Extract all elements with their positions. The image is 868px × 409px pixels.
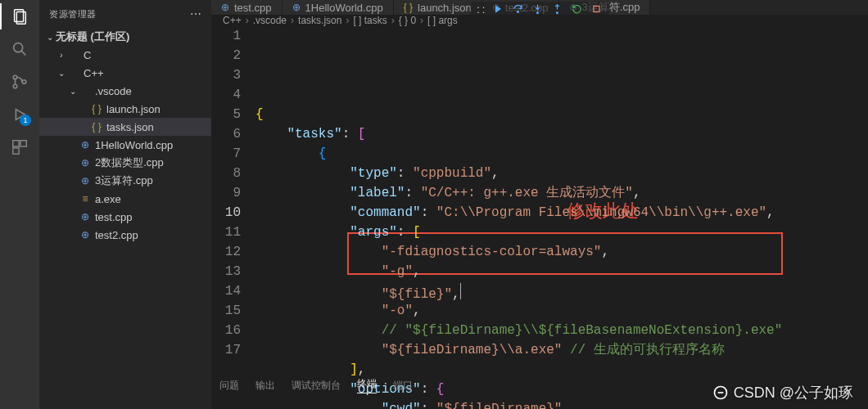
tree-item[interactable]: ⌄C++ [39,64,211,82]
watermark: CSDN @公子如琢 [712,383,853,402]
svg-rect-6 [13,141,19,146]
activity-bar: 1 [0,0,39,409]
svg-rect-12 [594,7,599,12]
tree-item[interactable]: ⊕3运算符.cpp [39,172,211,190]
tree-item[interactable]: { }tasks.json [39,118,211,136]
search-icon[interactable] [10,39,29,59]
code-line[interactable]: "${fileDirname}\\a.exe" // 生成的可执行程序名称 [255,340,868,360]
editor-tab[interactable]: { }launch.json [394,0,482,15]
debug-step-over-icon[interactable] [513,3,524,15]
code-line[interactable]: "tasks": [ [255,124,868,144]
code-lines[interactable]: 修改此处 { "tasks": [ { "type": "cppbuild", … [255,26,868,409]
editor-tab[interactable]: ⊕1HelloWorld.cpp [283,0,394,15]
code-line[interactable]: "-o", [255,301,868,321]
code-line[interactable]: "args": [ [255,222,868,242]
code-line[interactable]: "type": "cppbuild", [255,164,868,183]
tree-root[interactable]: ⌄无标题 (工作区) [39,28,211,46]
breadcrumb-item[interactable]: C++ [223,15,242,26]
debug-toolbar: ⸬ [471,2,609,18]
debug-continue-icon[interactable] [493,3,504,15]
debug-restart-icon[interactable] [572,3,583,15]
gutter: 1234567891011121314151617 [211,26,255,409]
grip-icon[interactable]: ⸬ [477,3,485,16]
code-line[interactable]: "command": "C:\\Program Files\\mingw64\\… [255,203,868,222]
tree-item[interactable]: ⊕2数据类型.cpp [39,154,211,172]
debug-step-out-icon[interactable] [552,3,563,15]
breadcrumb-item[interactable]: { } 0 [399,15,416,26]
tab-row: ⸬ ⊕test.cpp⊕1HelloWorld.cpp{ }launch.jso… [211,0,868,15]
svg-rect-7 [20,141,26,146]
svg-point-3 [13,75,17,79]
svg-point-2 [14,43,23,52]
debug-stop-icon[interactable] [591,3,603,15]
code-line[interactable]: "-g", [255,262,868,281]
svg-rect-8 [13,148,19,154]
panel-tabs: 问题输出调试控制台终端端口 [211,373,413,398]
extensions-icon[interactable] [10,137,29,157]
breadcrumb-item[interactable]: [ ] args [427,15,458,26]
tree-item[interactable]: ›C [39,46,211,64]
editor-area: ⸬ ⊕test.cpp⊕1HelloWorld.cpp{ }launch.jso… [211,0,868,409]
breadcrumb-item[interactable]: .vscode [253,15,287,26]
breadcrumb-item[interactable]: tasks.json [298,15,341,26]
code-editor[interactable]: 1234567891011121314151617 修改此处 { "tasks"… [211,26,868,409]
file-tree: ⌄无标题 (工作区) ›C⌄C++⌄.vscode{ }launch.json{… [39,28,211,409]
tree-item[interactable]: ⊕test2.cpp [39,226,211,244]
more-icon[interactable]: ⋯ [190,7,202,20]
sidebar: 资源管理器 ⋯ ⌄无标题 (工作区) ›C⌄C++⌄.vscode{ }laun… [39,0,211,409]
explorer-icon[interactable] [10,7,29,26]
panel-tab[interactable]: 终端 [357,377,377,393]
sidebar-title: 资源管理器 [49,8,97,20]
source-control-icon[interactable] [10,72,29,92]
run-debug-icon[interactable]: 1 [10,105,29,124]
code-line[interactable]: { [255,105,868,124]
svg-point-4 [13,84,17,88]
svg-point-10 [537,12,539,14]
panel-tab[interactable]: 输出 [255,379,275,393]
code-line[interactable]: // "${fileDirname}\\${fileBasenameNoExte… [255,321,868,340]
tree-item[interactable]: ⌄.vscode [39,82,211,100]
code-line[interactable]: "label": "C/C++: g++.exe 生成活动文件", [255,183,868,203]
sidebar-header: 资源管理器 ⋯ [39,0,211,28]
svg-point-11 [557,12,558,14]
panel-tab[interactable]: 端口 [393,379,413,393]
panel-tab[interactable]: 问题 [219,379,239,393]
breadcrumb-item[interactable]: [ ] tasks [353,15,387,26]
code-line[interactable]: { [255,144,868,164]
svg-point-9 [518,11,519,13]
code-line[interactable]: "-fdiagnostics-color=always", [255,242,868,262]
code-line[interactable]: "${file}", [255,281,868,301]
panel-tab[interactable]: 调试控制台 [292,379,341,393]
svg-point-5 [22,80,26,84]
tree-item[interactable]: { }launch.json [39,100,211,118]
tree-item[interactable]: ⊕test.cpp [39,208,211,226]
debug-step-into-icon[interactable] [532,3,544,15]
tree-item[interactable]: ≡a.exe [39,190,211,208]
badge: 1 [20,115,31,126]
tree-item[interactable]: ⊕1HelloWorld.cpp [39,136,211,154]
editor-tab[interactable]: ⊕test.cpp [211,0,283,15]
